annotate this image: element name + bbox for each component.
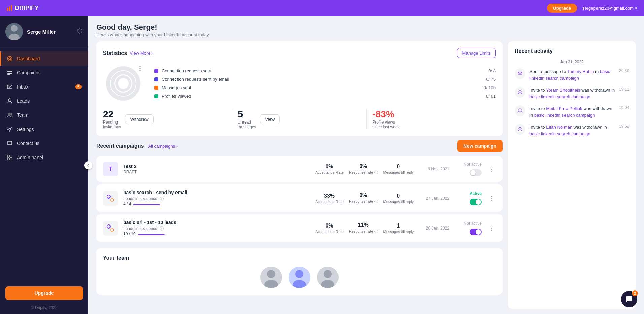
statistics-legend: Connection requests sent 0/ 8 Connection…	[154, 68, 496, 99]
campaign-name: Test 2	[123, 164, 310, 169]
progress-fill	[133, 204, 160, 205]
svg-point-0	[11, 25, 18, 32]
activity-item-3: Invite to Meital Kara Polliak was withdr…	[515, 105, 629, 118]
team-member	[260, 267, 282, 288]
sidebar-item-contact-us[interactable]: Contact us	[0, 136, 88, 150]
activity-campaign-link[interactable]: basic linkedin search campaign	[529, 94, 590, 99]
leads-icon	[7, 98, 13, 104]
sidebar-item-label: Admin panel	[17, 155, 43, 160]
app-logo[interactable]: DRIPIFY	[7, 5, 39, 12]
view-button[interactable]: View	[260, 114, 280, 124]
campaign-more-menu[interactable]: ⋮	[487, 224, 496, 232]
activity-person-link[interactable]: Tammy Rubin	[567, 69, 594, 74]
svg-point-18	[111, 199, 114, 201]
campaign-messages-till-reply: 0 Messages till reply	[383, 193, 414, 204]
statistics-title: Statistics	[103, 50, 127, 56]
team-member	[289, 267, 310, 288]
activity-title: Recent activity	[515, 48, 629, 54]
svg-rect-13	[10, 158, 12, 160]
sidebar-item-label: Leads	[17, 98, 30, 104]
page-greeting: Good day, Serge!	[96, 23, 636, 32]
campaign-leads: Leads in sequence ⓘ	[123, 196, 310, 202]
activity-campaign-link[interactable]: basic linkedin search campaign	[529, 131, 590, 136]
sidebar-item-leads[interactable]: Leads	[0, 94, 88, 108]
sidebar-item-admin[interactable]: Admin panel	[0, 150, 88, 165]
upgrade-button-sidebar[interactable]: Upgrade	[5, 286, 83, 300]
svg-point-25	[295, 270, 303, 278]
team-avatars	[103, 267, 496, 288]
campaign-letter: T	[109, 166, 112, 173]
legend-label: Messages sent	[162, 85, 480, 90]
gear-double-icon2	[104, 222, 117, 234]
statistics-header: Statistics View More › Manage Limits	[103, 48, 496, 58]
legend-item-connections-email: Connection requests sent by email 0/ 75	[154, 77, 496, 82]
sidebar-collapse-button[interactable]	[84, 161, 92, 169]
content-grid: Statistics View More › Manage Limits	[88, 41, 644, 314]
legend-value: 0/ 100	[484, 85, 496, 90]
campaign-info: Test 2 DRAFT	[123, 164, 310, 174]
team-avatar	[317, 267, 339, 288]
campaign-toggle[interactable]	[470, 199, 482, 205]
donut-chart-svg	[103, 63, 143, 104]
campaign-active-status: Not active	[464, 221, 482, 226]
sidebar-item-inbox[interactable]: Inbox 5	[0, 80, 88, 94]
activity-item-2: Invite to Yoram Shooltheis was withdrawn…	[515, 87, 629, 100]
legend-dot-email	[154, 77, 158, 81]
campaign-actions: Not active	[455, 221, 482, 235]
activity-person-link[interactable]: Meital Kara Polliak	[546, 106, 582, 111]
campaign-toggle[interactable]	[470, 169, 482, 176]
activity-time: 20:39	[619, 68, 629, 73]
counter-negative-value: -83%	[372, 109, 399, 120]
campaign-toggle[interactable]	[470, 229, 482, 235]
chart-menu-icon[interactable]	[139, 66, 141, 71]
activity-text: Invite to Yoram Shooltheis was withdrawn…	[529, 87, 615, 100]
campaign-active-status: Not active	[464, 162, 482, 167]
counter-pending-invitations: 22 Pendinginvitations Withdraw	[103, 109, 227, 129]
activity-text: Invite to Meital Kara Polliak was withdr…	[529, 105, 615, 118]
legend-dot-messages	[154, 86, 158, 90]
progress-fill	[138, 234, 165, 235]
campaign-more-menu[interactable]: ⋮	[487, 195, 496, 202]
chat-bubble[interactable]: 2	[621, 291, 637, 307]
campaign-card-test2: T Test 2 DRAFT 0% Acceptance Rate 0% R	[96, 156, 503, 182]
campaign-leads: Leads in sequence ⓘ	[123, 226, 310, 232]
activity-date-divider: Jan 31, 2022	[515, 60, 629, 64]
campaign-response-rate: 0% Response rate ⓘ	[349, 163, 378, 175]
activity-text: Sent a message to Tammy Rubin in basic l…	[529, 68, 615, 81]
user-email-menu[interactable]: sergeperez20@gmail.com ▾	[582, 6, 637, 11]
sidebar-item-label: Campaigns	[17, 70, 41, 75]
campaign-messages-till-reply: 1 Messages till reply	[383, 223, 414, 234]
campaign-acceptance-rate: 33% Acceptance Rate	[315, 193, 344, 204]
activity-campaign-link[interactable]: basic linkedin search campaign	[534, 113, 595, 118]
leads-progress-bar	[133, 204, 160, 205]
view-more-link[interactable]: View More ›	[130, 50, 153, 56]
statistics-card: Statistics View More › Manage Limits	[96, 41, 503, 136]
legend-value: 0/ 8	[488, 68, 496, 73]
svg-rect-12	[7, 158, 9, 160]
campaign-card-basic-search: basic search - send by email Leads in se…	[96, 184, 503, 212]
svg-point-22	[267, 270, 275, 278]
team-member	[317, 267, 339, 288]
sidebar-item-dashboard[interactable]: Dashboard	[0, 51, 88, 66]
topnav-right: Upgrade sergeperez20@gmail.com ▾	[547, 4, 637, 13]
inbox-icon	[7, 84, 13, 90]
legend-dot-profiles	[154, 94, 158, 98]
sidebar-item-settings[interactable]: Settings	[0, 122, 88, 136]
legend-item-connections: Connection requests sent 0/ 8	[154, 68, 496, 73]
withdraw-button[interactable]: Withdraw	[125, 114, 153, 124]
activity-person-link[interactable]: Yoram Shooltheis	[546, 88, 580, 93]
campaign-name: basic url - 1st - 10 leads	[123, 220, 310, 225]
sidebar-item-campaigns[interactable]: Campaigns	[0, 66, 88, 80]
settings-icon	[7, 126, 13, 132]
campaign-actions: Active	[455, 191, 482, 205]
manage-limits-button[interactable]: Manage Limits	[457, 48, 496, 58]
campaign-date: 26 Jan, 2022	[419, 226, 449, 231]
new-campaign-button[interactable]: New campaign	[457, 140, 503, 152]
upgrade-button-top[interactable]: Upgrade	[547, 4, 577, 13]
sidebar-item-team[interactable]: Team	[0, 108, 88, 122]
activity-person-link[interactable]: Eitan Noiman	[546, 125, 572, 130]
sidebar-item-label: Team	[17, 112, 28, 118]
all-campaigns-link[interactable]: All campaigns ›	[148, 144, 177, 149]
campaign-more-menu[interactable]: ⋮	[487, 165, 496, 173]
campaigns-icon	[7, 70, 13, 76]
